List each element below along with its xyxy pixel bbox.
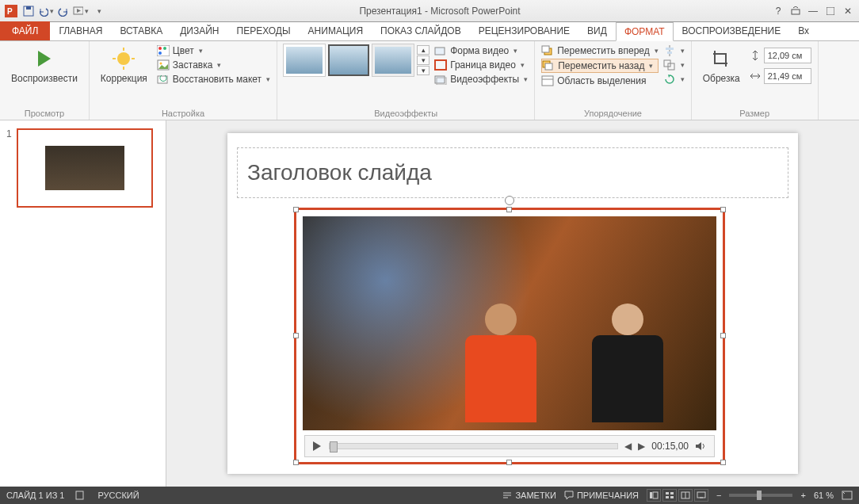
corrections-icon xyxy=(111,46,136,71)
qat-customize-icon[interactable]: ▾ xyxy=(90,3,106,19)
svg-point-13 xyxy=(158,47,162,50)
help-icon[interactable]: ? xyxy=(770,3,786,19)
crop-button[interactable]: Обрезка xyxy=(698,44,745,86)
send-backward-button[interactable]: Переместить назад▾ xyxy=(541,59,658,73)
zoom-out-icon[interactable]: − xyxy=(716,491,721,500)
slideshow-view-icon[interactable] xyxy=(694,489,708,502)
video-object[interactable]: ◀ ▶ 00:15,00 xyxy=(294,208,725,464)
tab-animations[interactable]: АНИМАЦИЯ xyxy=(300,21,372,40)
tab-view[interactable]: ВИД xyxy=(578,21,616,40)
handle-w[interactable] xyxy=(293,333,299,338)
ribbon: Воспроизвести Просмотр Коррекция Цвет▾ З… xyxy=(0,41,859,120)
handle-ne[interactable] xyxy=(720,207,726,212)
video-play-icon[interactable] xyxy=(311,441,323,452)
video-style-2[interactable] xyxy=(328,44,369,76)
language-indicator[interactable]: РУССКИЙ xyxy=(97,491,139,500)
handle-n[interactable] xyxy=(506,207,512,212)
handle-nw[interactable] xyxy=(293,207,299,212)
height-input-row: 12,09 см xyxy=(750,48,811,63)
maximize-icon[interactable] xyxy=(823,3,838,19)
reading-view-icon[interactable] xyxy=(678,489,693,502)
title-placeholder[interactable]: Заголовок слайда xyxy=(237,147,788,198)
bring-forward-button[interactable]: Переместить вперед▾ xyxy=(541,44,658,57)
tab-transitions[interactable]: ПЕРЕХОДЫ xyxy=(228,21,300,40)
rotate-handle[interactable] xyxy=(505,196,514,205)
handle-e[interactable] xyxy=(720,333,726,338)
tab-playback[interactable]: ВОСПРОИЗВЕДЕНИЕ xyxy=(674,21,790,40)
seek-handle[interactable] xyxy=(330,441,338,452)
tab-slideshow[interactable]: ПОКАЗ СЛАЙДОВ xyxy=(372,21,470,40)
align-button[interactable]: ▾ xyxy=(663,44,685,57)
height-input[interactable]: 12,09 см xyxy=(764,48,811,63)
ribbon-options-icon[interactable] xyxy=(788,3,804,19)
rotate-button[interactable]: ▾ xyxy=(663,73,685,86)
slide-counter[interactable]: СЛАЙД 1 ИЗ 1 xyxy=(6,491,64,500)
group-size-label: Размер xyxy=(698,107,811,118)
video-figure-2 xyxy=(588,304,667,430)
step-back-icon[interactable]: ◀ xyxy=(624,441,632,452)
redo-icon[interactable] xyxy=(55,3,71,19)
video-playback-bar: ◀ ▶ 00:15,00 xyxy=(304,435,715,457)
tab-more[interactable]: Вх xyxy=(789,21,818,40)
play-icon xyxy=(32,46,57,71)
zoom-slider[interactable] xyxy=(729,494,792,497)
gallery-up-icon[interactable]: ▴ xyxy=(417,45,430,55)
poster-frame-button[interactable]: Заставка▾ xyxy=(157,59,270,71)
start-from-beginning-icon[interactable]: ▾ xyxy=(73,3,89,19)
zoom-handle[interactable] xyxy=(757,491,762,500)
status-bar: СЛАЙД 1 ИЗ 1 РУССКИЙ ЗАМЕТКИ ПРИМЕЧАНИЯ … xyxy=(0,487,859,504)
zoom-level[interactable]: 61 % xyxy=(814,491,834,500)
handle-se[interactable] xyxy=(720,460,726,465)
style-gallery: ▴ ▾ ▾ xyxy=(284,44,430,76)
sorter-view-icon[interactable] xyxy=(662,489,677,502)
minimize-icon[interactable]: — xyxy=(805,3,821,19)
tab-review[interactable]: РЕЦЕНЗИРОВАНИЕ xyxy=(470,21,578,40)
tab-format[interactable]: ФОРМАТ xyxy=(616,22,674,41)
step-forward-icon[interactable]: ▶ xyxy=(638,441,645,452)
tab-design[interactable]: ДИЗАЙН xyxy=(171,21,227,40)
reset-design-button[interactable]: Восстановить макет▾ xyxy=(157,73,270,86)
handle-sw[interactable] xyxy=(293,460,299,465)
handle-s[interactable] xyxy=(506,460,512,465)
tab-insert[interactable]: ВСТАВКА xyxy=(111,21,171,40)
gallery-down-icon[interactable]: ▾ xyxy=(417,55,430,65)
video-shape-button[interactable]: Форма видео▾ xyxy=(434,44,528,57)
zoom-in-icon[interactable]: + xyxy=(800,491,805,500)
undo-icon[interactable]: ▾ xyxy=(38,3,54,19)
video-effects-button[interactable]: Видеоэффекты▾ xyxy=(434,73,528,86)
crop-label: Обрезка xyxy=(703,73,740,84)
slide-thumbnail-1[interactable] xyxy=(17,128,153,208)
video-style-1[interactable] xyxy=(284,44,325,76)
slide-canvas-area[interactable]: Заголовок слайда xyxy=(166,120,859,487)
tab-file[interactable]: ФАЙЛ xyxy=(0,21,50,40)
play-label: Воспроизвести xyxy=(11,73,78,84)
corrections-button[interactable]: Коррекция xyxy=(96,44,152,86)
group-styles-label: Видеоэффекты xyxy=(284,107,528,118)
group-arrange: Переместить вперед▾ Переместить назад▾ О… xyxy=(535,41,691,120)
video-seek-track[interactable] xyxy=(329,443,618,449)
powerpoint-icon[interactable]: P xyxy=(3,3,19,19)
volume-icon[interactable] xyxy=(695,441,708,452)
title-bar: P ▾ ▾ ▾ Презентация1 - Microsoft PowerPo… xyxy=(0,0,859,22)
thumbnail-preview xyxy=(45,146,124,190)
width-input[interactable]: 21,49 см xyxy=(764,68,811,84)
tab-home[interactable]: ГЛАВНАЯ xyxy=(50,21,111,40)
video-figure-1 xyxy=(461,304,540,430)
play-button[interactable]: Воспроизвести xyxy=(6,44,82,86)
group-objects-button[interactable]: ▾ xyxy=(663,59,685,71)
video-border-button[interactable]: Граница видео▾ xyxy=(434,59,528,71)
fit-to-window-icon[interactable] xyxy=(842,491,853,500)
notes-button[interactable]: ЗАМЕТКИ xyxy=(502,491,556,500)
slide: Заголовок слайда xyxy=(227,133,798,474)
video-style-3[interactable] xyxy=(372,44,414,76)
selection-pane-button[interactable]: Область выделения xyxy=(541,74,658,87)
gallery-more-icon[interactable]: ▾ xyxy=(417,66,430,75)
normal-view-icon[interactable] xyxy=(647,489,661,502)
color-button[interactable]: Цвет▾ xyxy=(157,44,270,57)
spellcheck-icon[interactable] xyxy=(75,490,86,501)
comments-button[interactable]: ПРИМЕЧАНИЯ xyxy=(564,491,639,500)
effects-icon xyxy=(434,74,447,85)
close-icon[interactable]: ✕ xyxy=(840,3,856,19)
svg-rect-42 xyxy=(666,496,669,498)
save-icon[interactable] xyxy=(21,3,36,19)
